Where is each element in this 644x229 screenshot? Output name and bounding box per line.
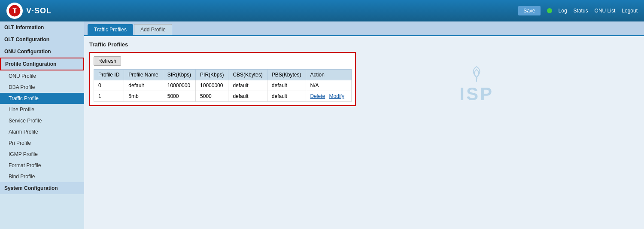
modify-link[interactable]: Modify	[329, 93, 344, 99]
col-header-profile-name: Profile Name	[124, 70, 163, 80]
svg-rect-1	[14, 9, 15, 13]
content-area: Traffic Profiles Refresh Profile ID Prof…	[84, 36, 644, 229]
cell-pir-1: 5000	[196, 91, 228, 102]
col-header-profile-id: Profile ID	[94, 70, 124, 80]
main-wrapper: Traffic Profiles Add Profile Traffic Pro…	[84, 21, 644, 229]
save-button[interactable]: Save	[518, 6, 540, 15]
col-header-cbs: CBS(Kbytes)	[228, 70, 267, 80]
table-header-row: Profile ID Profile Name SIR(Kbps) PIR(Kb…	[94, 70, 352, 80]
col-header-sir: SIR(Kbps)	[163, 70, 195, 80]
table-row: 1 5mb 5000 5000 default default Delete M…	[94, 91, 352, 102]
cell-pbs-1: default	[267, 91, 306, 102]
tab-add-profile[interactable]: Add Profile	[134, 24, 172, 35]
cell-sir-0: 10000000	[163, 80, 195, 91]
cell-cbs-0: default	[228, 80, 267, 91]
sidebar-item-service-profile[interactable]: Service Profile	[0, 115, 84, 126]
table-container: Refresh Profile ID Profile Name SIR(Kbps…	[89, 52, 356, 106]
sidebar-item-traffic-profile[interactable]: Traffic Profile	[0, 93, 84, 104]
header: V·SOL Save Log Status ONU List Logout	[0, 0, 644, 21]
col-header-action: Action	[306, 70, 351, 80]
logo-text: V·SOL	[26, 6, 52, 15]
logo-area: V·SOL	[6, 3, 91, 19]
cell-cbs-1: default	[228, 91, 267, 102]
sidebar-item-olt-configuration[interactable]: OLT Configuration	[0, 34, 84, 46]
table-row: 0 default 10000000 10000000 default defa…	[94, 80, 352, 91]
cell-sir-1: 5000	[163, 91, 195, 102]
sidebar-item-pri-profile[interactable]: Pri Profile	[0, 137, 84, 149]
cell-profile-name-1: 5mb	[124, 91, 163, 102]
status-indicator	[547, 8, 552, 13]
header-right: Save Log Status ONU List Logout	[518, 6, 638, 15]
sidebar-item-alarm-profile[interactable]: Alarm Profile	[0, 126, 84, 137]
sidebar-item-igmp-profile[interactable]: IGMP Profile	[0, 149, 84, 160]
layout: OLT Information OLT Configuration ONU Co…	[0, 21, 644, 229]
logout-link[interactable]: Logout	[622, 8, 638, 14]
sidebar-item-profile-configuration[interactable]: Profile Configuration	[0, 58, 84, 70]
delete-link[interactable]: Delete	[310, 93, 325, 99]
log-link[interactable]: Log	[559, 8, 567, 14]
cell-profile-id-1: 1	[94, 91, 124, 102]
cell-pir-0: 10000000	[196, 80, 228, 91]
onu-list-link[interactable]: ONU List	[595, 8, 616, 14]
sidebar-item-onu-configuration[interactable]: ONU Configuration	[0, 46, 84, 58]
sidebar-item-olt-information[interactable]: OLT Information	[0, 21, 84, 34]
logo-icon	[6, 3, 23, 19]
refresh-button[interactable]: Refresh	[94, 56, 121, 66]
sidebar: OLT Information OLT Configuration ONU Co…	[0, 21, 84, 229]
cell-pbs-0: default	[267, 80, 306, 91]
tab-traffic-profiles[interactable]: Traffic Profiles	[88, 24, 133, 35]
sidebar-item-system-configuration[interactable]: System Configuration	[0, 182, 84, 194]
tab-bar: Traffic Profiles Add Profile	[84, 21, 644, 36]
cell-profile-name-0: default	[124, 80, 163, 91]
traffic-profiles-table: Profile ID Profile Name SIR(Kbps) PIR(Kb…	[94, 69, 352, 102]
sidebar-item-onu-profile[interactable]: ONU Profile	[0, 70, 84, 82]
page-title: Traffic Profiles	[89, 41, 639, 48]
cell-profile-id-0: 0	[94, 80, 124, 91]
status-link[interactable]: Status	[574, 8, 588, 14]
cell-action-1: Delete Modify	[306, 91, 351, 102]
sidebar-item-line-profile[interactable]: Line Profile	[0, 104, 84, 115]
col-header-pbs: PBS(Kbytes)	[267, 70, 306, 80]
sidebar-item-format-profile[interactable]: Format Profile	[0, 160, 84, 171]
cell-action-0: N/A	[306, 80, 351, 91]
sidebar-item-bind-profile[interactable]: Bind Profile	[0, 171, 84, 182]
col-header-pir: PIR(Kbps)	[196, 70, 228, 80]
sidebar-item-dba-profile[interactable]: DBA Profile	[0, 82, 84, 93]
